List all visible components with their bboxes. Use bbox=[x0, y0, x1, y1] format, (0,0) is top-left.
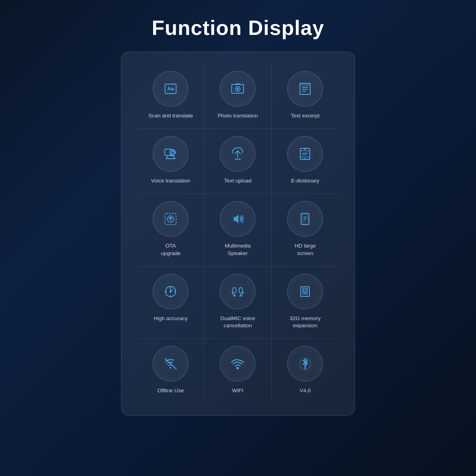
feature-offline-use[interactable]: Offline Use bbox=[137, 339, 204, 403]
voice-translation-label: Voice translation bbox=[151, 177, 190, 185]
feature-high-accuracy[interactable]: High accuracy bbox=[137, 267, 204, 339]
bluetooth-label: V4.0 bbox=[299, 387, 311, 395]
svg-rect-5 bbox=[235, 83, 240, 85]
scan-translate-label: Scan and translate bbox=[148, 112, 193, 120]
offline-use-icon bbox=[153, 346, 188, 382]
page-title: Function Display bbox=[152, 16, 324, 40]
wifi-label: WIFI bbox=[232, 387, 244, 395]
svg-rect-33 bbox=[239, 288, 242, 293]
ota-upgrade-label: OTAupgrade bbox=[161, 242, 180, 257]
memory-expansion-label: 32G memoryexpansion bbox=[290, 315, 321, 330]
svg-point-44 bbox=[236, 367, 239, 369]
scan-translate-icon: Aa bbox=[153, 71, 188, 107]
svg-point-15 bbox=[304, 148, 306, 150]
feature-voice-translation[interactable]: Voice translation bbox=[137, 129, 204, 194]
feature-text-excerpt[interactable]: Text excerpt bbox=[272, 64, 339, 129]
text-upload-label: Text upload bbox=[224, 177, 251, 185]
feature-hd-screen[interactable]: HD largescreen bbox=[272, 194, 339, 267]
e-dictionary-label: E-dictionary bbox=[291, 177, 319, 185]
ota-upgrade-icon bbox=[153, 201, 188, 237]
bluetooth-icon bbox=[287, 346, 323, 382]
feature-ota-upgrade[interactable]: OTAupgrade bbox=[137, 194, 204, 267]
memory-expansion-icon bbox=[287, 274, 323, 309]
e-dictionary-icon bbox=[287, 136, 323, 172]
photo-translation-label: Photo translation bbox=[218, 112, 258, 120]
feature-dual-mic[interactable]: DualMIC voicecancellation bbox=[204, 267, 271, 339]
svg-rect-21 bbox=[302, 215, 308, 223]
dual-mic-icon bbox=[220, 274, 255, 309]
svg-point-42 bbox=[170, 367, 171, 369]
svg-rect-31 bbox=[233, 288, 236, 293]
features-panel: Aa Scan and translate Photo translation bbox=[121, 52, 355, 416]
svg-point-38 bbox=[305, 289, 307, 291]
dual-mic-label: DualMIC voicecancellation bbox=[221, 315, 255, 330]
feature-text-upload[interactable]: Text upload bbox=[204, 129, 271, 194]
voice-translation-icon bbox=[153, 136, 188, 172]
hd-screen-label: HD largescreen bbox=[295, 242, 316, 257]
multimedia-speaker-label: MultimediaSpeaker bbox=[225, 242, 251, 257]
svg-point-4 bbox=[237, 88, 239, 90]
svg-rect-14 bbox=[300, 148, 310, 159]
text-upload-icon bbox=[220, 136, 255, 172]
photo-translation-icon bbox=[220, 71, 255, 107]
feature-bluetooth[interactable]: V4.0 bbox=[272, 339, 339, 403]
feature-photo-translation[interactable]: Photo translation bbox=[204, 64, 271, 129]
offline-use-label: Offline Use bbox=[157, 387, 184, 395]
wifi-icon bbox=[220, 346, 255, 382]
high-accuracy-icon bbox=[153, 274, 188, 309]
feature-e-dictionary[interactable]: E-dictionary bbox=[272, 129, 339, 194]
feature-memory-expansion[interactable]: 32G memoryexpansion bbox=[272, 267, 339, 339]
svg-rect-10 bbox=[300, 83, 310, 86]
text-excerpt-icon bbox=[287, 71, 323, 107]
svg-point-37 bbox=[303, 289, 305, 291]
hd-screen-icon bbox=[287, 201, 323, 237]
feature-multimedia-speaker[interactable]: MultimediaSpeaker bbox=[204, 194, 271, 267]
feature-wifi[interactable]: WIFI bbox=[204, 339, 271, 403]
high-accuracy-label: High accuracy bbox=[154, 315, 188, 322]
feature-scan-translate[interactable]: Aa Scan and translate bbox=[137, 64, 204, 129]
multimedia-speaker-icon bbox=[220, 201, 255, 237]
text-excerpt-label: Text excerpt bbox=[291, 112, 320, 120]
svg-text:Aa: Aa bbox=[167, 86, 174, 92]
